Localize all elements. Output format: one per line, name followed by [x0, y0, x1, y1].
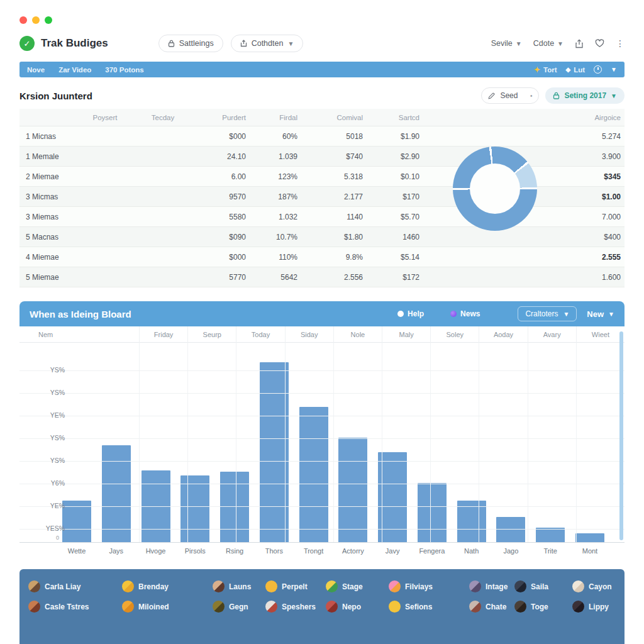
table-cell: 187%: [250, 192, 301, 201]
period-filter-dropdown[interactable]: Seting 2017 ▼: [545, 87, 625, 104]
news-button[interactable]: News: [450, 309, 480, 318]
nav-link[interactable]: Nove: [27, 66, 45, 74]
footer-chip-label: Speshers: [282, 602, 316, 611]
header-right: Sevile ▼ Cdote ▼ ⋮: [491, 38, 625, 48]
table-row[interactable]: 5 Macnas$09010.7%$1.801460$400: [19, 227, 625, 247]
chart-column-separator: [285, 343, 286, 542]
footer-chip[interactable]: Speshers: [265, 601, 326, 613]
avatar: [572, 601, 584, 613]
chevron-down-icon: ▼: [287, 40, 294, 47]
table-cell: 5 Macnas: [19, 233, 76, 242]
y-axis-tick-label: YS%: [30, 457, 65, 464]
kebab-menu-icon[interactable]: ⋮: [616, 38, 625, 48]
share-dropdown-button[interactable]: Cothdten ▼: [231, 35, 304, 52]
footer-chip[interactable]: Miloined: [122, 601, 213, 613]
table-cell: 2.177: [301, 192, 367, 201]
chart-gridline: [19, 461, 625, 462]
export-icon[interactable]: [575, 39, 584, 48]
chevron-down-icon: ▼: [563, 311, 569, 318]
chevron-down-icon: ▼: [608, 311, 614, 318]
footer-chip[interactable]: Chate: [469, 601, 514, 613]
footer-chip[interactable]: Intage: [469, 580, 514, 592]
chart-gridline: [19, 370, 625, 371]
table-row[interactable]: 1 Memale24.101.039$740$2.903.900: [19, 147, 625, 167]
cdote-menu[interactable]: Cdote ▼: [533, 39, 564, 48]
table-cell: $172: [367, 273, 423, 282]
footer-chip[interactable]: Launs: [213, 580, 265, 592]
chart-column-separator: [187, 343, 188, 542]
section2: When as Ideing Bloard Help News Craltote…: [19, 301, 625, 559]
app-title: Trak Budiges: [41, 37, 108, 50]
minimize-window-button[interactable]: [32, 16, 40, 24]
new-dropdown[interactable]: New ▼: [587, 309, 614, 319]
chart-column-header: Wieet: [576, 326, 625, 343]
section2-links: Help News: [397, 309, 480, 318]
app-logo-icon: ✓: [19, 36, 35, 51]
nav-link[interactable]: Zar Video: [58, 66, 91, 74]
footer-chip[interactable]: Filviays: [389, 580, 469, 592]
close-window-button[interactable]: [19, 16, 27, 24]
table-row[interactable]: 1 Micnas$00060%5018$1.905.274: [19, 126, 625, 147]
settings-button[interactable]: Sattleings: [158, 35, 223, 52]
share-button-label: Cothdten: [252, 39, 284, 48]
footer-chip[interactable]: Casle Tstres: [28, 601, 122, 613]
footer-chip[interactable]: Sefions: [389, 601, 469, 613]
search-input[interactable]: Seed •: [481, 87, 539, 104]
nav-link[interactable]: 370 Potons: [105, 66, 143, 74]
table-cell: 5770: [192, 273, 250, 282]
chart-column-header: Today: [236, 326, 284, 343]
footer-chip[interactable]: Saila: [514, 580, 572, 592]
x-axis-label: Jays: [98, 547, 135, 555]
footer-chip[interactable]: Toge: [514, 601, 572, 613]
table-cell: 10.7%: [250, 233, 301, 242]
craltoters-dropdown[interactable]: Craltoters ▼: [518, 306, 577, 321]
sevile-menu[interactable]: Sevile ▼: [491, 39, 522, 48]
new-label: New: [587, 309, 604, 319]
heart-icon[interactable]: [595, 39, 604, 48]
zoom-window-button[interactable]: [45, 16, 52, 24]
cdote-menu-label: Cdote: [533, 39, 554, 48]
x-axis-label: Fengera: [414, 547, 450, 555]
footer-panel: Carla LiayBrendayLaunsPerpeltStageFilvia…: [19, 569, 625, 644]
footer-chip[interactable]: Nepo: [326, 601, 389, 613]
table-cell: 3 Miemas: [19, 213, 76, 221]
avatar: [469, 601, 481, 613]
tort-button[interactable]: ✦ Tort: [534, 65, 557, 74]
chart-column-header: Soley: [430, 326, 479, 343]
footer-chip-label: Saila: [531, 582, 548, 591]
table-cell: $000: [192, 132, 250, 141]
avatar: [265, 601, 277, 613]
footer-chip[interactable]: Perpelt: [265, 580, 326, 592]
chart-column-header: Siday: [285, 326, 333, 343]
chart-column-separator: [430, 343, 431, 542]
table-cell: 60%: [250, 132, 301, 141]
bar-slot: [492, 517, 529, 542]
chevron-down-icon[interactable]: ▼: [611, 66, 617, 73]
table-cell: $0.10: [367, 172, 423, 181]
table-row[interactable]: 3 Miemas55801.0321140$5.707.000: [19, 207, 625, 227]
table-cell: 110%: [250, 253, 301, 262]
footer-chip[interactable]: Cayon: [572, 580, 625, 592]
lut-button[interactable]: ◆ Lut: [566, 66, 586, 74]
footer-row: Casle TstresMiloinedGegnSpeshersNepoSefi…: [28, 601, 625, 613]
footer-chip[interactable]: Carla Liay: [28, 580, 122, 592]
vertical-scrollbar[interactable]: [619, 331, 623, 540]
chart-bar: [536, 528, 565, 542]
help-button[interactable]: Help: [397, 309, 424, 318]
chart-gridline: [19, 506, 625, 507]
table-row[interactable]: 4 Miemae$000110%9.8%$5.142.555: [19, 247, 625, 267]
table-cell: 7.000: [558, 213, 625, 221]
footer-chip[interactable]: Gegn: [213, 601, 265, 613]
footer-chip[interactable]: Stage: [326, 580, 389, 592]
table-row[interactable]: 5 Miemae577056422.556$1721.600: [19, 267, 625, 287]
y-axis-tick-label: YE%: [30, 411, 65, 419]
footer-chip[interactable]: Lippy: [572, 601, 625, 613]
table-cell: 1140: [301, 213, 367, 221]
chart-column-separator: [479, 343, 479, 542]
table-cell: 3 Micmas: [19, 192, 76, 201]
search-value: Seed: [500, 91, 518, 100]
table-header-row: PoysertTecdayPurdertFirdalComivalSartcdA…: [19, 109, 625, 126]
footer-chip[interactable]: Brenday: [122, 580, 213, 592]
table-cell: $5.14: [367, 253, 423, 262]
clock-icon[interactable]: [594, 65, 602, 74]
